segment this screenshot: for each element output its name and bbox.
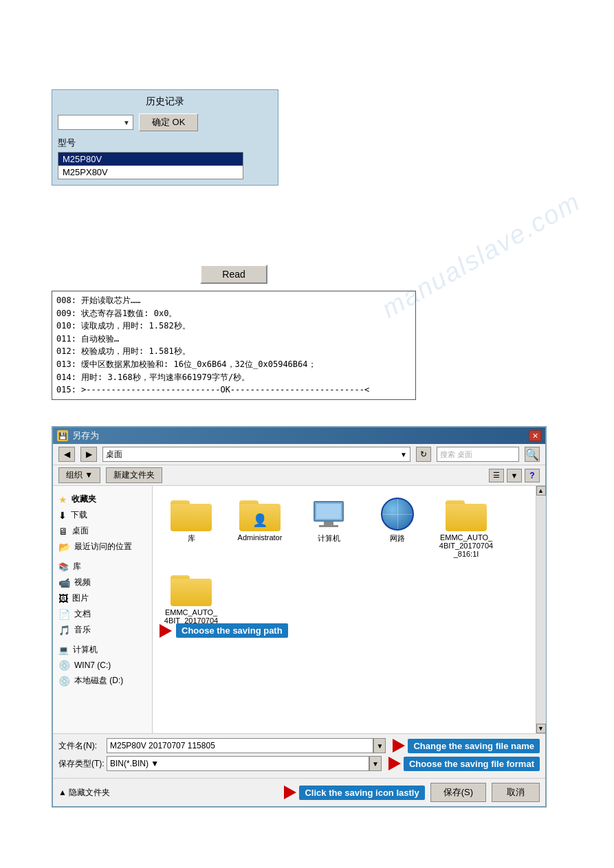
dropdown-arrow-icon: ▼ bbox=[123, 119, 130, 126]
history-dropdown[interactable]: ▼ bbox=[58, 115, 133, 130]
sidebar-item-documents[interactable]: 📄 文档 bbox=[53, 606, 152, 622]
forward-button[interactable]: ▶ bbox=[80, 447, 97, 462]
chip-type-list: M25P80V M25PX80V bbox=[58, 152, 243, 179]
dialog-toolbar2: 组织 ▼ 新建文件夹 ☰ ▼ ? bbox=[53, 465, 545, 486]
organize-button[interactable]: 组织 ▼ bbox=[58, 467, 100, 483]
save-annotation-label: Click the saving icon lastly bbox=[299, 786, 424, 800]
sidebar-item-cdrive[interactable]: 💿 WIN7 (C:) bbox=[53, 658, 152, 673]
list-item-m25p80v[interactable]: M25P80V bbox=[58, 153, 243, 166]
dialog-content: 库 👤 Administrator bbox=[153, 486, 536, 733]
desktop-icon: 🖥 bbox=[58, 526, 68, 537]
search-box[interactable]: 搜索 桌面 bbox=[437, 447, 519, 462]
pictures-icon: 🖼 bbox=[58, 593, 68, 604]
path-label: 桌面 bbox=[106, 449, 122, 460]
star-icon: ★ bbox=[58, 494, 67, 505]
sidebar-item-ddrive[interactable]: 💿 本地磁盘 (D:) bbox=[53, 673, 152, 689]
path-combo-arrow-icon: ▼ bbox=[400, 451, 407, 458]
read-section: Read 008: 开始读取芯片…… 009: 状态寄存器1数值: 0x0。 0… bbox=[52, 265, 416, 400]
type-label: 型号 bbox=[58, 137, 272, 149]
sidebar-label-pictures: 图片 bbox=[72, 592, 89, 604]
sidebar-item-downloads[interactable]: ⬇ 下载 bbox=[53, 507, 152, 523]
sidebar-item-desktop[interactable]: 🖥 桌面 bbox=[53, 523, 152, 539]
log-line-1: 008: 开始读取芯片…… bbox=[56, 294, 411, 307]
globe-icon bbox=[377, 497, 418, 531]
folder-item-computer[interactable]: 计算机 bbox=[301, 497, 356, 558]
arrow-icon bbox=[160, 624, 172, 638]
dialog-actions: ▲ 隐藏文件夹 Click the saving icon lastly 保存(… bbox=[53, 778, 545, 806]
help-button[interactable]: ? bbox=[525, 469, 540, 482]
format-annotation-label: Choose the saving file format bbox=[404, 757, 540, 771]
log-line-3: 010: 读取成功，用时: 1.582秒。 bbox=[56, 320, 411, 333]
filetype-dropdown-arrow[interactable]: ▼ bbox=[369, 756, 382, 771]
sidebar-label-downloads: 下载 bbox=[71, 509, 87, 521]
scroll-up-button[interactable]: ▲ bbox=[536, 486, 546, 496]
path-combo[interactable]: 桌面 ▼ bbox=[102, 447, 410, 462]
library-icon: 📚 bbox=[58, 562, 69, 572]
sidebar-item-music[interactable]: 🎵 音乐 bbox=[53, 622, 152, 638]
filename-annotation: Change the saving file name bbox=[393, 739, 540, 753]
filename-dropdown-arrow[interactable]: ▼ bbox=[373, 738, 386, 753]
monitor-screen bbox=[314, 501, 344, 522]
format-arrow-icon bbox=[388, 757, 401, 770]
folder-item-library[interactable]: 库 bbox=[164, 497, 219, 558]
folder-item-administrator[interactable]: 👤 Administrator bbox=[232, 497, 287, 558]
sidebar-label-video: 视频 bbox=[74, 577, 91, 588]
read-button[interactable]: Read bbox=[200, 265, 267, 284]
filename-annotation-label: Change the saving file name bbox=[408, 739, 540, 753]
scroll-track bbox=[536, 496, 546, 724]
hidden-files-button[interactable]: ▲ 隐藏文件夹 bbox=[58, 787, 110, 799]
folder-icon-library bbox=[171, 497, 212, 531]
folder-icon-administrator: 👤 bbox=[239, 497, 281, 531]
view-detail-button[interactable]: ▼ bbox=[507, 469, 522, 482]
documents-icon: 📄 bbox=[58, 609, 70, 620]
filetype-input[interactable] bbox=[107, 756, 369, 771]
vertical-scrollbar[interactable]: ▲ ▼ bbox=[536, 486, 545, 733]
recent-icon: 📂 bbox=[58, 542, 70, 553]
history-dialog: 历史记录 ▼ 确定 OK 型号 M25P80V M25PX80V bbox=[52, 89, 278, 186]
log-line-6: 013: 缓中区数据累加校验和: 16位_0x6B64，32位_0x05946B… bbox=[56, 358, 411, 371]
cdrive-icon: 💿 bbox=[58, 660, 70, 671]
saving-path-annotation: Choose the saving path bbox=[160, 623, 288, 638]
monitor-base bbox=[319, 525, 338, 527]
folder-item-network[interactable]: 网路 bbox=[370, 497, 425, 558]
cancel-button[interactable]: 取消 bbox=[492, 783, 540, 802]
sidebar-item-computer-header: 💻 计算机 bbox=[53, 642, 152, 658]
save-button[interactable]: 保存(S) bbox=[430, 783, 486, 802]
folder-item-emmc1[interactable]: EMMC_AUTO_4BIT_20170704_816:1I bbox=[439, 497, 494, 558]
scroll-down-button[interactable]: ▼ bbox=[536, 724, 546, 733]
filetype-label: 保存类型(T): bbox=[58, 758, 107, 770]
filename-row: 文件名(N): ▼ Change the saving file name bbox=[58, 738, 540, 753]
computer-icon bbox=[308, 497, 349, 531]
saving-path-label: Choose the saving path bbox=[176, 623, 288, 638]
person-icon: 👤 bbox=[252, 513, 267, 528]
sidebar-item-recent[interactable]: 📂 最近访问的位置 bbox=[53, 539, 152, 555]
history-dialog-title: 历史记录 bbox=[58, 96, 272, 108]
view-list-button[interactable]: ☰ bbox=[489, 469, 504, 482]
filetype-row: 保存类型(T): ▼ Choose the saving file format bbox=[58, 756, 540, 771]
download-icon: ⬇ bbox=[58, 510, 67, 521]
dialog-titlebar: 💾 另存为 ✕ bbox=[53, 427, 545, 444]
ok-button[interactable]: 确定 OK bbox=[139, 113, 198, 131]
hidden-files-label: ▲ 隐藏文件夹 bbox=[58, 787, 110, 799]
log-box: 008: 开始读取芯片…… 009: 状态寄存器1数值: 0x0。 010: 读… bbox=[52, 291, 416, 400]
sidebar-label-cdrive: WIN7 (C:) bbox=[74, 660, 111, 670]
search-placeholder: 搜索 桌面 bbox=[440, 449, 472, 460]
log-line-2: 009: 状态寄存器1数值: 0x0。 bbox=[56, 307, 411, 320]
new-folder-button[interactable]: 新建文件夹 bbox=[106, 467, 162, 483]
dialog-main: ★ 收藏夹 ⬇ 下载 🖥 桌面 📂 最近访问的位置 📚 库 📹 bbox=[53, 486, 545, 733]
close-button[interactable]: ✕ bbox=[529, 430, 541, 441]
log-line-4: 011: 自动校验… bbox=[56, 333, 411, 346]
back-button[interactable]: ◀ bbox=[58, 447, 75, 462]
list-item-m25px80v[interactable]: M25PX80V bbox=[58, 166, 243, 179]
refresh-button[interactable]: ↻ bbox=[416, 447, 431, 462]
search-button[interactable]: 🔍 bbox=[525, 447, 540, 462]
sidebar-item-video[interactable]: 📹 视频 bbox=[53, 575, 152, 590]
dialog-title-icon: 💾 bbox=[57, 430, 68, 441]
sidebar-label-ddrive: 本地磁盘 (D:) bbox=[74, 675, 123, 687]
favorites-label: 收藏夹 bbox=[72, 493, 96, 505]
globe-circle bbox=[381, 498, 414, 531]
filename-input[interactable] bbox=[107, 738, 373, 753]
video-icon: 📹 bbox=[58, 577, 70, 588]
sidebar-item-pictures[interactable]: 🖼 图片 bbox=[53, 590, 152, 606]
folder-label-administrator: Administrator bbox=[238, 533, 283, 542]
